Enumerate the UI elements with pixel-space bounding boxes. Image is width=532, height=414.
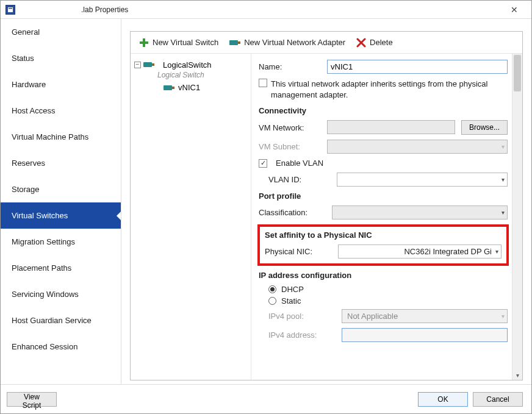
physical-nic-combo[interactable]: NC362i Integrated DP Gi▾ (338, 244, 501, 259)
vm-subnet-combo: ▾ (327, 140, 508, 154)
sidebar-item-virtual-switches[interactable]: Virtual Switches (1, 202, 121, 229)
ipv4-pool-label: IPv4 pool: (259, 312, 337, 321)
inherit-checkbox[interactable] (259, 79, 267, 87)
titlebar: .lab Properties ✕ (1, 1, 531, 19)
enable-vlan-checkbox[interactable] (259, 159, 267, 168)
new-virtual-switch-button[interactable]: New Virtual Switch (137, 36, 221, 49)
nic-icon (143, 61, 154, 68)
svg-rect-5 (238, 41, 240, 44)
sidebar-item-status[interactable]: Status (1, 45, 121, 71)
scroll-thumb[interactable] (514, 55, 521, 91)
name-input[interactable] (327, 60, 508, 74)
svg-rect-6 (143, 62, 152, 67)
close-icon[interactable]: ✕ (502, 5, 527, 15)
window-title: .lab Properties (81, 5, 128, 14)
sidebar-item-host-access[interactable]: Host Access (1, 98, 121, 124)
cancel-button[interactable]: Cancel (473, 392, 523, 407)
tree-switch-name[interactable]: LogicalSwitch (163, 60, 212, 70)
details-scrollbar[interactable]: ▴ ▾ (512, 54, 522, 380)
enable-vlan-label: Enable VLAN (276, 159, 323, 168)
plus-icon (139, 38, 149, 48)
sidebar-item-general[interactable]: General (1, 19, 121, 45)
sidebar-item-vm-paths[interactable]: Virtual Machine Paths (1, 124, 121, 150)
delete-x-icon (356, 38, 366, 48)
vm-network-label: VM Network: (259, 123, 322, 132)
vm-network-field[interactable] (327, 120, 455, 134)
sidebar-item-servicing-windows[interactable]: Servicing Windows (1, 281, 121, 307)
dialog-footer: View Script OK Cancel (1, 384, 531, 413)
inherit-label: This virtual network adapter inherits se… (271, 79, 508, 100)
adapter-details: Name: This virtual network adapter inher… (251, 54, 511, 380)
ok-button[interactable]: OK (418, 392, 468, 407)
svg-rect-9 (172, 87, 174, 89)
svg-rect-3 (140, 41, 148, 44)
app-icon (5, 5, 15, 15)
ipconfig-heading: IP address configuration (259, 271, 508, 280)
svg-rect-1 (9, 8, 12, 9)
view-script-button[interactable]: View Script (7, 392, 57, 407)
category-sidebar: General Status Hardware Host Access Virt… (1, 19, 121, 384)
virtual-switches-panel: New Virtual Switch New Virtual Network A… (130, 31, 523, 380)
classification-combo[interactable]: ▾ (332, 205, 508, 219)
properties-dialog: .lab Properties ✕ General Status Hardwar… (0, 0, 532, 414)
browse-button[interactable]: Browse... (461, 120, 508, 135)
svg-rect-4 (229, 40, 238, 45)
vlan-id-combo[interactable]: ▾ (337, 173, 508, 187)
new-virtual-adapter-button[interactable]: New Virtual Network Adapter (227, 36, 348, 49)
vm-subnet-label: VM Subnet: (259, 142, 322, 151)
dhcp-radio[interactable]: DHCP (268, 285, 508, 294)
ipv4-pool-combo: Not Applicable▾ (342, 309, 508, 323)
sidebar-item-migration[interactable]: Migration Settings (1, 229, 121, 255)
vlan-id-label: VLAN ID: (259, 175, 332, 184)
delete-button[interactable]: Delete (354, 36, 395, 49)
sidebar-item-hardware[interactable]: Hardware (1, 71, 121, 98)
panel-toolbar: New Virtual Switch New Virtual Network A… (131, 32, 522, 54)
classification-label: Classification: (259, 208, 327, 217)
scroll-down-icon[interactable]: ▾ (512, 370, 522, 380)
affinity-highlight: Set affinity to a Physical NIC Physical … (257, 224, 509, 266)
tree-collapse-toggle[interactable]: − (134, 62, 141, 68)
ipv4-address-input (342, 328, 508, 342)
sidebar-item-host-guardian[interactable]: Host Guardian Service (1, 307, 121, 334)
tree-adapter-item[interactable]: vNIC1 (164, 83, 247, 92)
sidebar-item-enhanced-session[interactable]: Enhanced Session (1, 334, 121, 360)
switch-tree: − LogicalSwitch Logical Switch vNIC1 (131, 54, 251, 380)
physical-nic-label: Physical NIC: (265, 247, 333, 256)
ipv4-address-label: IPv4 address: (259, 330, 337, 340)
static-radio[interactable]: Static (268, 296, 508, 305)
sidebar-item-placement-paths[interactable]: Placement Paths (1, 255, 121, 281)
affinity-heading: Set affinity to a Physical NIC (265, 230, 501, 240)
sidebar-item-storage[interactable]: Storage (1, 176, 121, 202)
svg-rect-8 (164, 85, 172, 90)
port-profile-heading: Port profile (259, 191, 508, 201)
tree-switch-subtitle: Logical Switch (157, 71, 247, 79)
name-label: Name: (259, 62, 322, 71)
connectivity-heading: Connectivity (259, 106, 508, 115)
svg-rect-7 (152, 63, 154, 66)
sidebar-item-reserves[interactable]: Reserves (1, 150, 121, 176)
nic-icon (229, 39, 240, 46)
nic-icon (164, 84, 174, 91)
